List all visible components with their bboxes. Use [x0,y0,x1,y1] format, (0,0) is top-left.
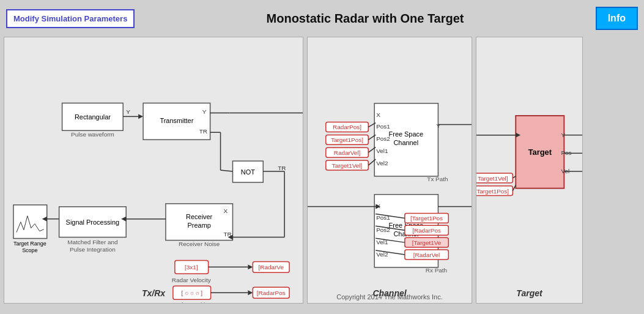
svg-text:Target1Vel]: Target1Vel] [478,175,508,182]
svg-text:RadarPos]: RadarPos] [333,124,361,130]
svg-text:Y: Y [202,108,207,115]
modify-simulation-button[interactable]: Modify Simulation Parameters [6,9,135,28]
svg-marker-32 [248,264,253,269]
info-button[interactable]: Info [596,7,638,30]
rectangular-label: Rectangular [75,113,111,121]
not-gate-label: NOT [241,168,255,176]
svg-text:Target1Pos]: Target1Pos] [476,188,509,195]
signal-processing-label: Signal Processing [66,219,120,226]
svg-text:Vel2: Vel2 [376,160,388,166]
svg-text:Preamp: Preamp [188,222,211,229]
svg-text:Pos1: Pos1 [376,124,390,130]
txrx-panel: Rectangular Pulse waveform Y Transmitter… [4,37,303,304]
pulse-waveform-label: Pulse waveform [71,131,114,138]
radar-position-label: Radar Position [172,301,212,303]
page-title: Monostatic Radar with One Target [135,12,595,26]
receiver-noise-label: Receiver Noise [179,241,220,247]
svg-text:Tx Path: Tx Path [427,176,448,182]
copyright-text: Copyright 2014 The Mathworks Inc. [336,293,442,301]
target-range-scope-label: Target Range [13,241,46,247]
svg-text:Y: Y [436,122,440,129]
svg-rect-25 [13,205,47,239]
top-bar: Modify Simulation Parameters Monostatic … [0,0,644,37]
svg-text:Target1Pos]: Target1Pos] [331,136,363,143]
radar-velocity-label: Radar Velocity [172,277,211,283]
svg-text:[RadarPos: [RadarPos [412,227,441,234]
target-block-label: Target [528,148,552,157]
transmitter-label: Transmitter [160,117,193,124]
txrx-panel-label: Tx/Rx [4,288,303,298]
svg-line-11 [221,170,233,171]
free-space-tx-label: Free Space [389,130,423,138]
svg-text:[RadarVe: [RadarVe [258,264,284,271]
svg-text:TR: TR [199,128,207,135]
svg-text:Vel1: Vel1 [376,148,388,154]
receiver-preamp-label: Receiver [186,213,213,220]
svg-text:Channel: Channel [393,139,418,146]
svg-text:RadarVel]: RadarVel] [334,149,361,156]
svg-text:Y: Y [126,108,130,115]
svg-text:Pulse Integration: Pulse Integration [70,246,116,253]
target-panel: Target Y Pos Vel Target1Vel] Target1Pos]… [476,37,583,304]
svg-text:Rx Path: Rx Path [426,267,447,274]
target-panel-label: Target [476,288,582,298]
svg-text:Pos2: Pos2 [376,135,390,142]
svg-text:Scope: Scope [22,247,37,253]
svg-text:X: X [224,207,228,214]
svg-text:[Target1Pos: [Target1Pos [410,215,443,222]
svg-text:[RadarVel: [RadarVel [413,252,440,258]
channel-panel: Free Space Channel X Pos1 Pos2 Vel1 Vel2… [307,37,472,304]
radar-velocity-block: [3x1] [185,264,198,271]
svg-text:Target1Vel]: Target1Vel] [332,162,363,169]
main-area: Rectangular Pulse waveform Y Transmitter… [0,37,644,306]
svg-text:[Target1Ve: [Target1Ve [412,239,442,246]
matched-filter-label: Matched Filter and [67,239,117,246]
svg-marker-3 [138,114,143,119]
svg-text:X: X [376,111,380,118]
svg-text:TR: TR [278,165,286,171]
